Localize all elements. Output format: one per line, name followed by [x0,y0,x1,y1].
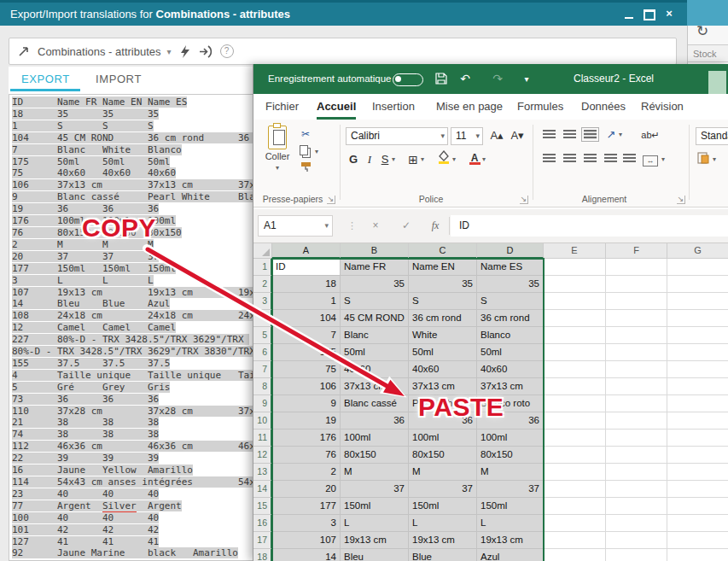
cell[interactable] [606,430,667,447]
refresh-icon[interactable]: ↻ [696,22,708,40]
cell[interactable] [606,395,667,412]
undo-icon[interactable]: ↶ [457,64,474,94]
italic-icon[interactable]: I [363,152,376,167]
cell[interactable]: 50ml [341,344,409,361]
cell[interactable] [544,412,606,430]
cell[interactable]: 37x13 cm [341,378,409,395]
copy-icon[interactable] [298,144,313,158]
cell[interactable] [667,412,728,430]
cell[interactable]: 177 [272,498,341,515]
cell[interactable]: White [409,327,477,344]
cell[interactable]: 1 [272,293,341,310]
cell[interactable]: 100ml [409,430,477,447]
cell[interactable]: 36 cm rond [409,310,477,327]
ribbon-tab-accueil[interactable]: Accueil [317,94,356,120]
row-header-8[interactable]: 8 [253,378,272,395]
cell[interactable]: M [477,464,544,481]
cell[interactable]: 36 [341,412,409,430]
wrap-text-icon[interactable]: ab↵ [639,127,661,143]
shrink-font-icon[interactable]: A▾ [508,128,527,143]
chevron-down-icon[interactable]: ▾ [315,148,318,155]
minimize-button[interactable] [621,3,637,26]
cell[interactable]: 35 [409,276,477,293]
row-header-15[interactable]: 15 [253,498,272,515]
cell[interactable]: 2 [272,464,341,481]
row-header-1[interactable]: 1 [253,259,272,276]
cell[interactable]: S [341,293,409,310]
cell[interactable] [544,310,606,327]
column-header-D[interactable]: D [477,243,544,259]
cell[interactable]: 176 [272,430,341,447]
cell[interactable] [544,498,606,515]
cell[interactable]: 19x13 cm [341,532,409,549]
cell[interactable] [667,276,728,293]
autosave-toggle[interactable] [393,73,423,86]
row-header-3[interactable]: 3 [253,293,272,310]
column-header-B[interactable]: B [341,243,409,259]
cell[interactable] [667,293,728,310]
cell[interactable]: 40x60 [477,361,544,378]
decrease-indent-icon[interactable] [602,152,619,167]
tab-import[interactable]: IMPORT [96,67,142,91]
cell[interactable] [606,515,667,532]
cell[interactable] [606,481,667,498]
row-header-4[interactable]: 4 [253,310,272,327]
cell[interactable] [544,327,606,344]
cell[interactable]: 80x150 [341,447,409,464]
ribbon-tab-données[interactable]: Données [581,94,626,117]
cell[interactable]: 36 cm rond [477,310,544,327]
cell[interactable] [544,378,606,395]
save-icon[interactable] [433,64,450,94]
cell[interactable]: 19 [272,412,341,430]
cell[interactable]: M [341,464,409,481]
cell[interactable] [606,532,667,549]
cell[interactable] [544,395,606,412]
row-header-16[interactable]: 16 [253,515,272,532]
accounting-format-icon[interactable] [696,152,711,167]
cell[interactable] [544,481,606,498]
row-header-12[interactable]: 12 [253,447,272,464]
cell[interactable]: 37 [409,481,477,498]
chevron-down-icon[interactable]: ▾ [392,155,395,163]
cell[interactable] [544,361,606,378]
name-box[interactable]: A1 ▾ [258,215,333,237]
auto-translate-icon[interactable] [178,44,193,59]
clipboard-dialog-launcher[interactable]: ↘ [327,196,335,204]
font-color-icon[interactable]: A [467,150,482,166]
cell[interactable]: S [477,293,544,310]
cell[interactable]: 80x150 [409,447,477,464]
chevron-down-icon[interactable]: ▾ [713,155,716,163]
tab-export[interactable]: EXPORT [21,67,70,91]
cell[interactable]: 150ml [477,498,544,515]
borders-icon[interactable]: ⊞ [405,152,421,167]
cell[interactable]: S [409,293,477,310]
cell[interactable] [544,276,606,293]
merge-center-icon[interactable]: ↔ [642,152,659,167]
cell[interactable] [606,378,667,395]
cell[interactable] [606,293,667,310]
insert-function-icon[interactable]: fx [427,215,444,237]
cell[interactable]: L [341,515,409,532]
cell[interactable] [606,549,667,561]
row-header-6[interactable]: 6 [253,344,272,361]
cell[interactable] [667,481,728,498]
cell[interactable]: 45 CM ROND [341,310,409,327]
cell[interactable]: 14 [272,549,341,561]
cell[interactable] [606,361,667,378]
chevron-down-icon[interactable]: ▾ [167,47,172,56]
row-header-10[interactable]: 10 [253,412,272,430]
font-size-select[interactable]: 11▾ [451,127,483,145]
cell[interactable]: Blanco [477,327,544,344]
row-header-7[interactable]: 7 [253,361,272,378]
cell[interactable] [606,412,667,430]
row-header-14[interactable]: 14 [253,481,272,498]
column-header-A[interactable]: A [272,243,341,259]
increase-indent-icon[interactable] [620,152,638,167]
row-header-13[interactable]: 13 [253,464,272,481]
cell[interactable]: 35 [341,276,409,293]
chevron-down-icon[interactable]: ▾ [482,155,486,163]
row-header-5[interactable]: 5 [253,327,272,344]
cell[interactable] [667,259,728,276]
close-button[interactable]: × [661,3,677,26]
cell[interactable] [544,549,606,561]
